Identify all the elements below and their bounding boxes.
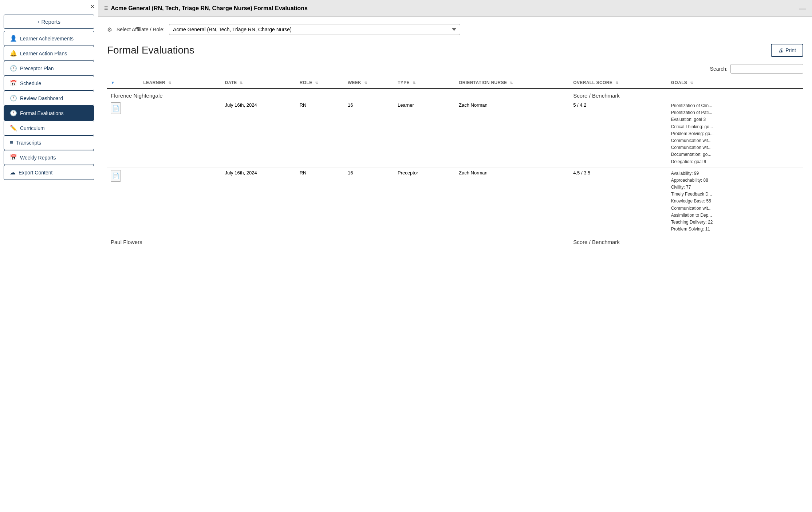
document-icon: 📄 xyxy=(111,170,121,182)
search-row: Search: xyxy=(107,64,803,74)
goal-item: Approachability: 88 xyxy=(671,177,737,184)
goal-item: Assimilation to Dep... xyxy=(671,212,737,219)
type-cell: Preceptor xyxy=(394,168,455,235)
goal-item: Critical Thinking: go... xyxy=(671,123,737,130)
sort-icon-learner: ⇅ xyxy=(168,81,171,85)
nav-label-review-dashboard: Review Dashboard xyxy=(20,95,63,101)
nav-icon-transcripts: ≡ xyxy=(10,139,13,146)
nav-label-formal-evaluations: Formal Evaluations xyxy=(20,110,64,116)
search-input[interactable] xyxy=(730,64,803,74)
learner-cell xyxy=(140,100,221,168)
nav-icon-weekly-reports: 📅 xyxy=(10,154,17,161)
table-body: Florence Nightengale Score / Benchmark 📄… xyxy=(107,88,803,247)
goals-cell: Availability: 99Approachability: 88Civil… xyxy=(667,168,803,235)
goals-cell: Prioritization of Clin...Prioritization … xyxy=(667,100,803,168)
col-header-week[interactable]: WEEK ⇅ xyxy=(344,77,394,88)
affiliate-label: Select Affiliate / Role: xyxy=(117,27,165,32)
goal-item: Availability: 99 xyxy=(671,170,737,177)
nav-label-transcripts: Transcripts xyxy=(16,140,41,146)
sidebar-nav: 👤Learner Acheievements🔔Learner Action Pl… xyxy=(4,31,94,180)
col-header-type[interactable]: TYPE ⇅ xyxy=(394,77,455,88)
table-row[interactable]: 📄 July 16th, 2024 RN 16 Preceptor Zach N… xyxy=(107,168,803,235)
goal-item: Evaluation: goal 3 xyxy=(671,116,737,123)
col-header-goals[interactable]: GOALS ⇅ xyxy=(667,77,803,88)
nav-icon-review-dashboard: 🕐 xyxy=(10,95,17,102)
print-button-label: Print xyxy=(785,47,796,53)
nav-icon-learner-achievements: 👤 xyxy=(10,35,17,42)
close-button[interactable]: × xyxy=(90,3,94,11)
learner-group-row: Florence Nightengale Score / Benchmark xyxy=(107,88,803,100)
sidebar-item-schedule[interactable]: 📅Schedule xyxy=(4,76,94,91)
chevron-left-icon: ‹ xyxy=(38,19,39,24)
table-row[interactable]: 📄 July 16th, 2024 RN 16 Learner Zach Nor… xyxy=(107,100,803,168)
col-header-date[interactable]: DATE ⇅ xyxy=(221,77,296,88)
sidebar-item-learner-achievements[interactable]: 👤Learner Acheievements xyxy=(4,31,94,46)
goal-item: Knowledge Base: 55 xyxy=(671,198,737,205)
sidebar-item-transcripts[interactable]: ≡Transcripts xyxy=(4,135,94,150)
document-icon: 📄 xyxy=(111,102,121,114)
doc-icon-cell[interactable]: 📄 xyxy=(107,100,140,168)
back-button-label: Reports xyxy=(41,19,60,25)
week-cell: 16 xyxy=(344,168,394,235)
filter-triangle-icon: ▼ xyxy=(111,80,115,85)
nav-label-schedule: Schedule xyxy=(20,80,41,86)
sidebar-item-preceptor-plan[interactable]: 🕐Preceptor Plan xyxy=(4,61,94,76)
goal-item: Communication wit... xyxy=(671,137,737,144)
goal-item: Communication wit... xyxy=(671,144,737,151)
nav-label-curriculum: Curriculum xyxy=(20,125,45,131)
goal-item: Civility: 77 xyxy=(671,184,737,191)
nav-icon-curriculum: ✏️ xyxy=(10,125,17,131)
content-area: ⚙ Select Affiliate / Role: Acme General … xyxy=(98,17,812,512)
sidebar-item-learner-action-plans[interactable]: 🔔Learner Action Plans xyxy=(4,46,94,61)
score-benchmark-label: Score / Benchmark xyxy=(569,88,803,100)
col-header-nurse[interactable]: ORIENTATION NURSE ⇅ xyxy=(455,77,569,88)
nurse-cell: Zach Norman xyxy=(455,168,569,235)
table-header: ▼ LEARNER ⇅ DATE ⇅ ROLE ⇅ WEEK ⇅ TYPE ⇅ … xyxy=(107,77,803,88)
print-icon: 🖨 xyxy=(778,47,783,53)
page-title: Formal Evaluations xyxy=(107,44,194,56)
sort-icon-score: ⇅ xyxy=(615,81,618,85)
doc-icon-cell[interactable]: 📄 xyxy=(107,168,140,235)
col-header-role[interactable]: ROLE ⇅ xyxy=(296,77,344,88)
sidebar: × ‹ Reports 👤Learner Acheievements🔔Learn… xyxy=(0,0,98,512)
learner-group-row: Paul Flowers Score / Benchmark xyxy=(107,235,803,247)
back-button[interactable]: ‹ Reports xyxy=(4,15,94,29)
score-cell: 4.5 / 3.5 xyxy=(569,168,667,235)
goal-item: Prioritization of Clin... xyxy=(671,102,737,109)
main-content: ≡ Acme General (RN, Tech, Triage RN, Cha… xyxy=(98,0,812,512)
search-label: Search: xyxy=(710,66,728,72)
print-button[interactable]: 🖨 Print xyxy=(771,44,803,57)
week-cell: 16 xyxy=(344,100,394,168)
date-cell: July 16th, 2024 xyxy=(221,100,296,168)
header-title: Acme General (RN, Tech, Triage RN, Charg… xyxy=(111,5,308,12)
col-header-score[interactable]: OVERALL SCORE ⇅ xyxy=(569,77,667,88)
evaluations-table: ▼ LEARNER ⇅ DATE ⇅ ROLE ⇅ WEEK ⇅ TYPE ⇅ … xyxy=(107,77,803,247)
nav-icon-export-content: ☁ xyxy=(10,169,16,176)
date-cell: July 16th, 2024 xyxy=(221,168,296,235)
header-bar: ≡ Acme General (RN, Tech, Triage RN, Cha… xyxy=(98,0,812,17)
sort-icon-type: ⇅ xyxy=(413,81,415,85)
goal-item: Delegation: goal 9 xyxy=(671,158,737,165)
learner-name-cell: Florence Nightengale xyxy=(107,88,569,100)
goal-item: Problem Solving: go... xyxy=(671,130,737,137)
nav-icon-schedule: 📅 xyxy=(10,80,17,87)
sidebar-item-curriculum[interactable]: ✏️Curriculum xyxy=(4,121,94,135)
role-cell: RN xyxy=(296,100,344,168)
sidebar-item-review-dashboard[interactable]: 🕐Review Dashboard xyxy=(4,91,94,106)
type-cell: Learner xyxy=(394,100,455,168)
goal-item: Problem Solving: 11 xyxy=(671,226,737,233)
score-cell: 5 / 4.2 xyxy=(569,100,667,168)
menu-icon[interactable]: ≡ xyxy=(104,4,108,12)
header-title-area: ≡ Acme General (RN, Tech, Triage RN, Cha… xyxy=(104,4,308,12)
goal-item: Documentation: go... xyxy=(671,151,737,158)
col-header-learner[interactable]: LEARNER ⇅ xyxy=(140,77,221,88)
sort-icon-role: ⇅ xyxy=(315,81,318,85)
col-header-flag: ▼ xyxy=(107,77,140,88)
minimize-button[interactable]: — xyxy=(799,5,806,12)
page-title-row: Formal Evaluations 🖨 Print xyxy=(107,44,803,57)
affiliate-select[interactable]: Acme General (RN, Tech, Triage RN, Charg… xyxy=(169,24,460,35)
sort-icon-goals: ⇅ xyxy=(690,81,693,85)
sidebar-item-formal-evaluations[interactable]: 🕐Formal Evaluations xyxy=(4,106,94,121)
sidebar-item-export-content[interactable]: ☁Export Content xyxy=(4,165,94,180)
sidebar-item-weekly-reports[interactable]: 📅Weekly Reports xyxy=(4,150,94,165)
